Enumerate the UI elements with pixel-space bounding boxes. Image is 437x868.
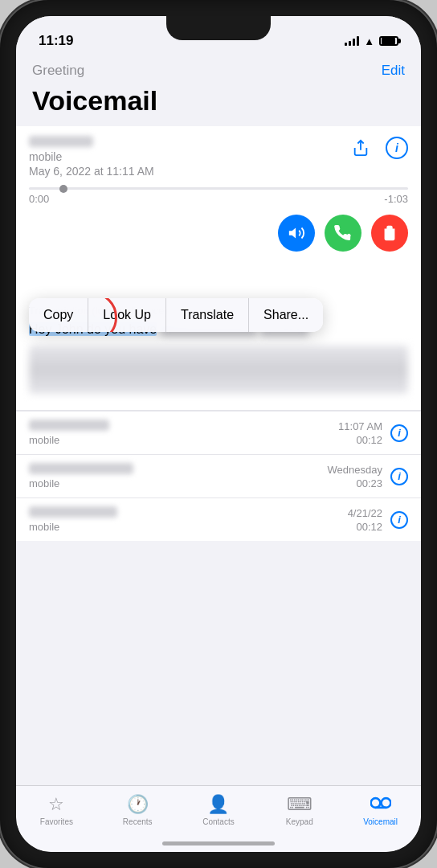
- favorites-icon: ☆: [48, 794, 64, 815]
- page-title: Voicemail: [32, 85, 405, 117]
- tab-favorites[interactable]: ☆ Favorites: [16, 794, 97, 826]
- vm-time-2: Wednesday: [328, 464, 382, 476]
- vm-date: May 6, 2022 at 11:11 AM: [29, 165, 349, 178]
- vm-list-info-2: mobile: [29, 463, 328, 489]
- edit-button[interactable]: Edit: [382, 63, 405, 79]
- vm-mobile-label: mobile: [29, 150, 349, 163]
- signal-bars-icon: [345, 36, 359, 46]
- context-menu: Copy Look Up Translate Share...: [29, 298, 323, 332]
- phone-shell: 11:19 ▲ Greeting Edit: [0, 0, 437, 868]
- vm-sub-2: mobile: [29, 477, 328, 489]
- vm-list-info-1: mobile: [29, 420, 338, 446]
- list-item[interactable]: mobile Wednesday 00:23 i: [16, 454, 421, 497]
- share-icon-button[interactable]: [349, 136, 373, 160]
- vm-info-btn-3[interactable]: i: [390, 511, 408, 529]
- list-item[interactable]: mobile 4/21/22 00:12 i: [16, 497, 421, 541]
- vm-time-1: 11:07 AM: [338, 420, 382, 432]
- svg-marker-1: [289, 228, 296, 239]
- vm-name-blur-2: [29, 463, 133, 474]
- vm-time-3: 4/21/22: [348, 507, 382, 519]
- list-item[interactable]: mobile 11:07 AM 00:12 i: [16, 411, 421, 454]
- info-icon-button[interactable]: i: [386, 137, 408, 159]
- favorites-label: Favorites: [40, 817, 73, 826]
- scrubber-end-time: -1:03: [384, 193, 408, 205]
- lookup-menu-item[interactable]: Look Up: [88, 298, 166, 332]
- vm-duration-1: 00:12: [338, 434, 382, 446]
- tab-recents[interactable]: 🕐 Recents: [97, 794, 178, 826]
- context-menu-area: Copy Look Up Translate Share... Transcri…: [29, 298, 408, 400]
- voicemail-tab-label: Voicemail: [363, 817, 398, 826]
- scrubber-start-time: 0:00: [29, 193, 49, 205]
- vm-duration-3: 00:12: [348, 521, 382, 533]
- vm-right-1: 11:07 AM 00:12: [338, 420, 382, 446]
- greeting-label: Greeting: [32, 63, 84, 79]
- voicemail-tab-icon: [370, 794, 391, 815]
- vm-sub-1: mobile: [29, 434, 338, 446]
- vm-contact-info: mobile May 6, 2022 at 11:11 AM: [29, 136, 349, 178]
- status-time: 11:19: [39, 33, 73, 49]
- playback-controls: [29, 208, 408, 258]
- vm-name-blur-1: [29, 420, 109, 431]
- vm-list-info-3: mobile: [29, 506, 348, 533]
- vm-right-3: 4/21/22 00:12: [348, 507, 382, 533]
- battery-icon: [379, 36, 398, 46]
- tab-keypad[interactable]: ⌨ Keypad: [259, 794, 340, 826]
- svg-point-2: [370, 798, 380, 808]
- nav-bar: Greeting Edit: [16, 56, 421, 82]
- vm-contact-name-blur: [29, 136, 93, 147]
- speaker-button[interactable]: [278, 215, 315, 252]
- tab-voicemail[interactable]: Voicemail: [340, 794, 421, 826]
- recents-label: Recents: [123, 817, 153, 826]
- delete-button[interactable]: [371, 215, 408, 252]
- page-title-section: Voicemail: [16, 82, 421, 126]
- home-indicator: [162, 841, 275, 845]
- vm-action-icons: i: [349, 136, 408, 160]
- vm-sub-3: mobile: [29, 521, 348, 533]
- voicemail-list: mobile 11:07 AM 00:12 i mobile: [16, 411, 421, 541]
- audio-scrubber[interactable]: 0:00 -1:03: [29, 181, 408, 208]
- scroll-area: mobile May 6, 2022 at 11:11 AM: [16, 126, 421, 852]
- vm-info-btn-1[interactable]: i: [390, 424, 408, 442]
- active-voicemail: mobile May 6, 2022 at 11:11 AM: [16, 126, 421, 411]
- contacts-label: Contacts: [202, 817, 234, 826]
- transcript-blur-block: [29, 346, 408, 394]
- contacts-icon: 👤: [207, 794, 229, 815]
- keypad-icon: ⌨: [287, 794, 312, 815]
- phone-screen: 11:19 ▲ Greeting Edit: [16, 16, 421, 852]
- share-menu-item[interactable]: Share...: [249, 298, 323, 332]
- vm-info-btn-2[interactable]: i: [390, 468, 408, 485]
- wifi-icon: ▲: [364, 35, 374, 47]
- vm-right-2: Wednesday 00:23: [328, 464, 382, 489]
- notch: [166, 16, 271, 40]
- vm-name-blur-3: [29, 506, 117, 518]
- recents-icon: 🕐: [127, 794, 149, 815]
- vm-duration-2: 00:23: [328, 477, 382, 489]
- translate-menu-item[interactable]: Translate: [166, 298, 249, 332]
- status-icons: ▲: [345, 35, 398, 47]
- call-back-button[interactable]: [325, 215, 361, 252]
- tab-contacts[interactable]: 👤 Contacts: [178, 794, 259, 826]
- copy-menu-item[interactable]: Copy: [29, 298, 88, 332]
- keypad-label: Keypad: [286, 817, 313, 826]
- svg-point-3: [381, 798, 390, 808]
